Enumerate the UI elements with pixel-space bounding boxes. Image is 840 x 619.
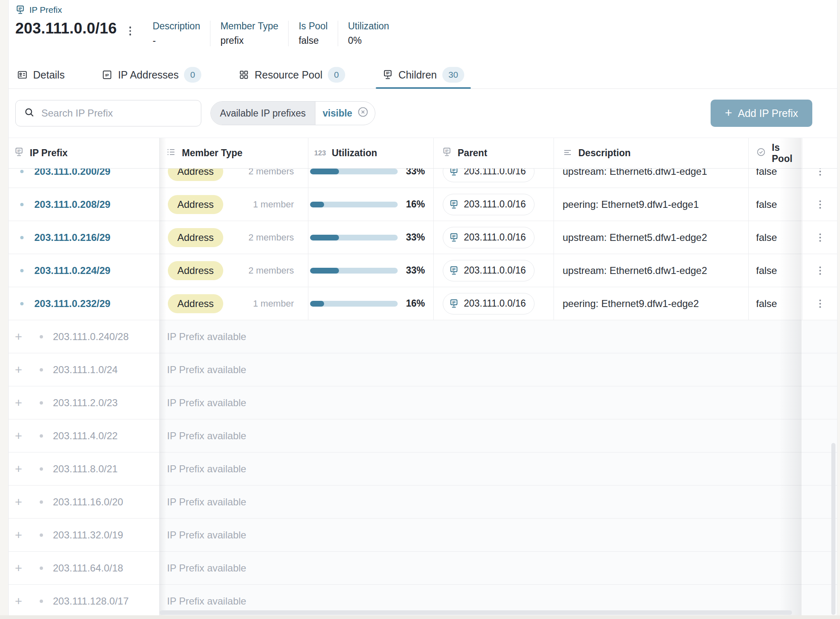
utilization-cell: 16% xyxy=(308,287,434,320)
parent-chip[interactable]: IP203.111.0.0/16 xyxy=(443,227,535,248)
member-type-cell: Address2 members xyxy=(160,254,308,287)
available-label: IP Prefix available xyxy=(160,552,837,584)
circle-check-icon xyxy=(756,147,766,160)
add-available-prefix-icon[interactable]: + xyxy=(15,331,27,343)
prefix-link[interactable]: 203.111.0.232/29 xyxy=(34,298,110,310)
is-pool-cell: false xyxy=(749,188,802,221)
available-label: IP Prefix available xyxy=(160,419,837,452)
ip-prefix-icon: IP xyxy=(449,200,459,210)
member-count: 1 member xyxy=(253,298,294,309)
tab-label: Children xyxy=(399,69,437,81)
kebab-menu-icon[interactable] xyxy=(817,231,823,244)
tab-count-badge: 0 xyxy=(184,67,201,83)
add-available-prefix-icon[interactable]: + xyxy=(15,430,27,442)
member-type-badge: Address xyxy=(168,195,223,214)
available-prefix-label: 203.111.64.0/18 xyxy=(53,562,123,574)
id-card-icon xyxy=(17,69,28,80)
search-input[interactable] xyxy=(41,107,198,119)
prefix-link[interactable]: 203.111.0.216/29 xyxy=(34,232,110,243)
available-prefix-label: 203.111.2.0/23 xyxy=(53,397,118,409)
vertical-scrollbar-thumb[interactable] xyxy=(831,443,835,615)
page-header: IP IP Prefix 203.111.0.0/16 Description … xyxy=(9,0,837,89)
available-prefix-cell: +203.111.16.0/20 xyxy=(9,486,160,518)
grid-icon xyxy=(239,69,249,80)
parent-cell: IP203.111.0.0/16 xyxy=(434,287,554,320)
parent-chip[interactable]: IP203.111.0.0/16 xyxy=(443,293,535,314)
utilization-bar xyxy=(310,301,398,307)
add-available-prefix-icon[interactable]: + xyxy=(15,595,27,607)
status-dot xyxy=(40,368,43,371)
ip-prefix-icon: IP xyxy=(449,299,459,309)
meta-description: Description - xyxy=(153,21,210,46)
add-available-prefix-icon[interactable]: + xyxy=(15,529,27,541)
available-prefix-cell: +203.111.0.240/28 xyxy=(9,320,160,353)
prefix-link[interactable]: 203.111.0.208/29 xyxy=(34,199,110,210)
filter-chip[interactable]: Available IP prefixes visible xyxy=(210,101,375,125)
toolbar: Available IP prefixes visible + Add IP P… xyxy=(9,89,837,138)
ip-prefix-icon: IP xyxy=(449,233,459,243)
parent-prefix-label: 203.111.0.0/16 xyxy=(464,265,526,276)
filter-chip-label: Available IP prefixes xyxy=(211,102,315,125)
prefix-link[interactable]: 203.111.0.224/29 xyxy=(34,265,110,276)
available-label: IP Prefix available xyxy=(160,452,837,485)
children-table: IP IP Prefix Member Type xyxy=(9,138,837,618)
table-row: 203.111.0.232/29Address1 member16%IP203.… xyxy=(9,287,837,320)
description-cell: peering: Ethernet9.dfw1-edge1 xyxy=(554,188,749,221)
parent-chip[interactable]: IP203.111.0.0/16 xyxy=(443,194,535,215)
kebab-menu-icon[interactable] xyxy=(817,264,823,277)
list-icon xyxy=(166,147,176,160)
tab-resource-pool[interactable]: Resource Pool 0 xyxy=(238,61,346,88)
svg-text:IP: IP xyxy=(452,300,456,304)
utilization-value: 33% xyxy=(406,232,425,243)
available-prefix-cell: +203.111.64.0/18 xyxy=(9,552,160,584)
breadcrumb[interactable]: IP IP Prefix xyxy=(15,5,62,15)
filter-chip-value: visible xyxy=(315,102,375,125)
row-actions-cell xyxy=(802,254,838,287)
row-actions-cell xyxy=(802,188,838,221)
remove-filter-icon[interactable] xyxy=(357,106,369,121)
status-dot xyxy=(40,533,43,537)
description-cell: upstream: Ethernet5.dfw1-edge2 xyxy=(554,221,749,254)
horizontal-scrollbar-thumb[interactable] xyxy=(160,610,792,615)
numeric-123-icon: 123 xyxy=(314,149,326,157)
meta-member-type: Member Type prefix xyxy=(210,21,288,46)
column-header-description: Description xyxy=(554,138,749,168)
available-label: IP Prefix available xyxy=(160,486,837,518)
utilization-value: 33% xyxy=(406,265,425,276)
add-available-prefix-icon[interactable]: + xyxy=(15,463,27,475)
available-row: +203.111.16.0/20IP Prefix available xyxy=(9,486,837,519)
svg-text:IP: IP xyxy=(452,267,456,271)
parent-cell: IP203.111.0.0/16 xyxy=(434,254,554,287)
status-dot xyxy=(40,434,43,438)
ip-prefix-icon: IP xyxy=(382,69,393,80)
parent-cell: IP203.111.0.0/16 xyxy=(434,188,554,221)
add-available-prefix-icon[interactable]: + xyxy=(15,397,27,409)
add-available-prefix-icon[interactable]: + xyxy=(15,496,27,508)
available-label: IP Prefix available xyxy=(160,519,837,551)
utilization-bar xyxy=(310,169,398,174)
tab-details[interactable]: Details xyxy=(16,61,65,88)
available-row: +203.111.4.0/22IP Prefix available xyxy=(9,419,837,452)
available-prefix-label: 203.111.0.240/28 xyxy=(53,331,129,343)
utilization-cell: 16% xyxy=(308,188,434,221)
member-count: 2 members xyxy=(248,265,294,276)
kebab-menu-icon[interactable] xyxy=(817,297,823,310)
tab-count-badge: 30 xyxy=(442,67,464,83)
status-dot xyxy=(40,335,43,338)
prefix-cell: 203.111.0.232/29 xyxy=(9,287,160,320)
parent-chip[interactable]: IP203.111.0.0/16 xyxy=(443,260,535,281)
kebab-menu-icon[interactable] xyxy=(817,198,823,211)
row-actions-cell xyxy=(802,221,838,254)
ip-prefix-icon: IP xyxy=(14,147,24,160)
meta-utilization: Utilization 0% xyxy=(338,21,399,46)
add-available-prefix-icon[interactable]: + xyxy=(15,562,27,574)
ip-prefix-icon: IP xyxy=(15,5,25,15)
add-available-prefix-icon[interactable]: + xyxy=(15,364,27,376)
svg-text:IP: IP xyxy=(386,71,389,75)
tab-label: Details xyxy=(33,69,64,81)
tab-children[interactable]: IP Children 30 xyxy=(382,61,465,88)
title-kebab-menu-icon[interactable] xyxy=(128,25,133,37)
tab-ip-addresses[interactable]: IP IP Addresses 0 xyxy=(101,61,202,88)
svg-text:IP: IP xyxy=(17,148,21,152)
add-ip-prefix-button[interactable]: + Add IP Prefix xyxy=(711,100,812,127)
